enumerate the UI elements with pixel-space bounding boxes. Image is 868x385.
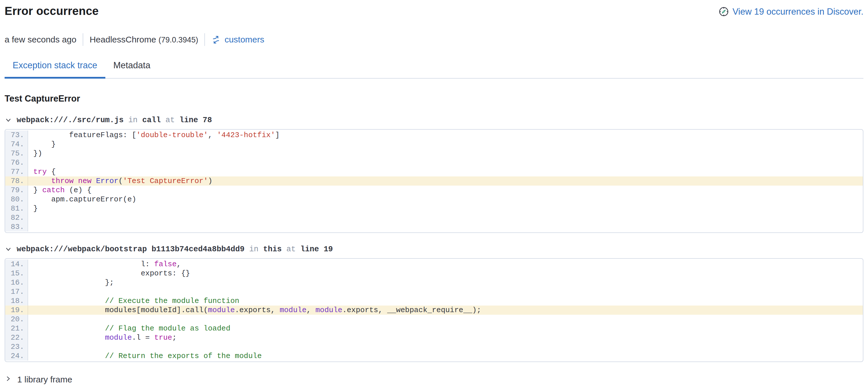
- view-occurrences-discover-link[interactable]: View 19 occurrences in Discover.: [718, 6, 863, 17]
- code-text: modules[moduleId].call(module.exports, m…: [28, 306, 481, 315]
- line-number: 15.: [5, 269, 28, 278]
- code-text: [28, 315, 33, 324]
- code-line: 80. apm.captureError(e): [5, 195, 863, 204]
- line-number: 24.: [5, 351, 28, 361]
- browser-label: HeadlessChrome (79.0.3945): [90, 35, 198, 44]
- tab-exception-stack-trace[interactable]: Exception stack trace: [5, 60, 105, 78]
- line-number: 16.: [5, 278, 28, 287]
- line-number: 73.: [5, 131, 28, 140]
- frame-in-word: [124, 116, 128, 125]
- frame-function-name: this: [263, 245, 282, 254]
- code-line: 17.: [5, 287, 863, 296]
- line-number: 78.: [5, 177, 28, 186]
- chevron-down-icon: [5, 117, 12, 124]
- frame-at-word: at: [286, 245, 296, 254]
- timestamp-label: a few seconds ago: [5, 35, 76, 44]
- browser-name: HeadlessChrome: [90, 35, 156, 44]
- line-number: 74.: [5, 140, 28, 149]
- line-number: 17.: [5, 287, 28, 296]
- line-number: 22.: [5, 333, 28, 342]
- code-line: 82.: [5, 213, 863, 222]
- code-line: 14. l: false,: [5, 260, 863, 269]
- code-line: 77.try {: [5, 167, 863, 177]
- code-text: featureFlags: ['double-trouble', '4423-h…: [28, 131, 280, 140]
- code-line: 18. // Execute the module function: [5, 296, 863, 306]
- line-number: 83.: [5, 222, 28, 231]
- stack-frame-header-0[interactable]: webpack:///./src/rum.js in call at line …: [5, 116, 863, 125]
- frame-file-path: webpack:///./src/rum.js: [17, 116, 124, 125]
- library-frames-toggle[interactable]: 1 library frame: [5, 375, 863, 384]
- library-frames-label: 1 library frame: [17, 375, 72, 384]
- line-number: 21.: [5, 324, 28, 333]
- service-name-label: customers: [224, 35, 264, 44]
- error-occurrence-page: Error occurrence View 19 occurrences in …: [0, 0, 868, 384]
- line-number: 79.: [5, 186, 28, 195]
- page-title: Error occurrence: [5, 4, 99, 18]
- line-number: 23.: [5, 342, 28, 351]
- code-line: 23.: [5, 342, 863, 351]
- divider: [83, 33, 83, 46]
- chevron-down-icon: [5, 246, 12, 253]
- code-line: 76.: [5, 158, 863, 167]
- line-number: 18.: [5, 296, 28, 306]
- code-text: }: [28, 140, 56, 149]
- code-text: // Flag the module as loaded: [28, 324, 230, 333]
- code-text: [28, 158, 33, 167]
- code-line: 75.}): [5, 149, 863, 158]
- stack-frame-header-1[interactable]: webpack:///webpack/bootstrap b1113b74ced…: [5, 245, 863, 254]
- frame-in-word: [245, 245, 249, 254]
- code-text: module.l = true;: [28, 333, 177, 342]
- code-text: }): [28, 149, 42, 158]
- code-text: [28, 222, 33, 231]
- tab-metadata[interactable]: Metadata: [105, 60, 158, 78]
- code-line: 21. // Flag the module as loaded: [5, 324, 863, 333]
- line-number: 14.: [5, 260, 28, 269]
- code-text: };: [28, 278, 114, 287]
- code-line: 15. exports: {}: [5, 269, 863, 278]
- code-snippet-block: 73. featureFlags: ['double-trouble', '44…: [5, 129, 863, 233]
- code-text: l: false,: [28, 260, 181, 269]
- frame-function-name: call: [142, 116, 161, 125]
- code-text: apm.captureError(e): [28, 195, 136, 204]
- code-line-highlighted: 78. throw new Error('Test CaptureError'): [5, 177, 863, 186]
- page-header: Error occurrence View 19 occurrences in …: [5, 4, 863, 18]
- compass-icon: [718, 6, 729, 17]
- code-text: [28, 213, 33, 222]
- browser-version: (79.0.3945): [158, 36, 198, 44]
- code-text: }: [28, 204, 38, 213]
- line-number: 20.: [5, 315, 28, 324]
- code-text: // Return the exports of the module: [28, 351, 262, 361]
- line-number: 80.: [5, 195, 28, 204]
- code-line-highlighted: 19. modules[moduleId].call(module.export…: [5, 306, 863, 315]
- frame-line-label: line 78: [179, 116, 212, 125]
- line-number: 82.: [5, 213, 28, 222]
- line-number: 81.: [5, 204, 28, 213]
- tabs: Exception stack trace Metadata: [5, 60, 863, 78]
- frame-at-word: at: [166, 116, 175, 125]
- code-line: 22. module.l = true;: [5, 333, 863, 342]
- code-snippet-block: 14. l: false,15. exports: {}16. };17.18.…: [5, 258, 863, 362]
- code-line: 81.}: [5, 204, 863, 213]
- code-text: } catch (e) {: [28, 186, 92, 195]
- code-line: 79.} catch (e) {: [5, 186, 863, 195]
- error-culprit-title: Test CaptureError: [5, 94, 863, 104]
- frame-file-path: webpack:///webpack/bootstrap b1113b74ced…: [17, 245, 245, 254]
- code-text: [28, 342, 33, 351]
- line-number: 75.: [5, 149, 28, 158]
- code-text: try {: [28, 167, 56, 177]
- code-line: 20.: [5, 315, 863, 324]
- code-text: exports: {}: [28, 269, 190, 278]
- divider: [205, 33, 205, 46]
- line-number: 77.: [5, 167, 28, 177]
- code-line: 16. };: [5, 278, 863, 287]
- chevron-right-icon: [5, 375, 12, 384]
- frame-line-label: line 19: [300, 245, 333, 254]
- line-number: 19.: [5, 306, 28, 315]
- line-number: 76.: [5, 158, 28, 167]
- code-text: throw new Error('Test CaptureError'): [28, 177, 212, 186]
- discover-link-label: View 19 occurrences in Discover.: [733, 7, 863, 17]
- service-link[interactable]: customers: [211, 35, 264, 44]
- occurrence-summary-bar: a few seconds ago HeadlessChrome (79.0.3…: [5, 33, 863, 46]
- merge-arrows-icon: [211, 35, 221, 44]
- code-line: 24. // Return the exports of the module: [5, 351, 863, 361]
